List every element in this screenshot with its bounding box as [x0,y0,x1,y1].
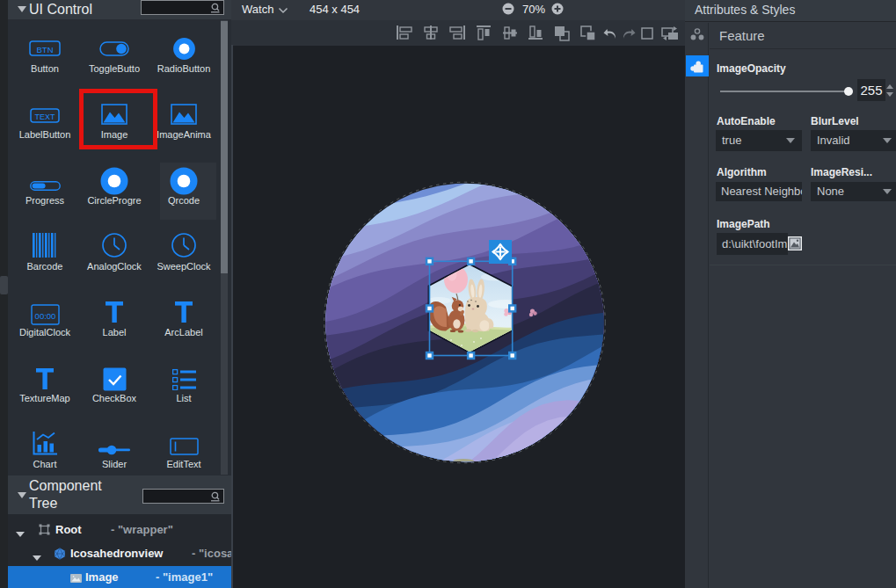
svg-text:00:00: 00:00 [34,311,55,321]
svg-text:TEXT: TEXT [34,112,55,120]
svg-text:BTN: BTN [37,45,54,54]
